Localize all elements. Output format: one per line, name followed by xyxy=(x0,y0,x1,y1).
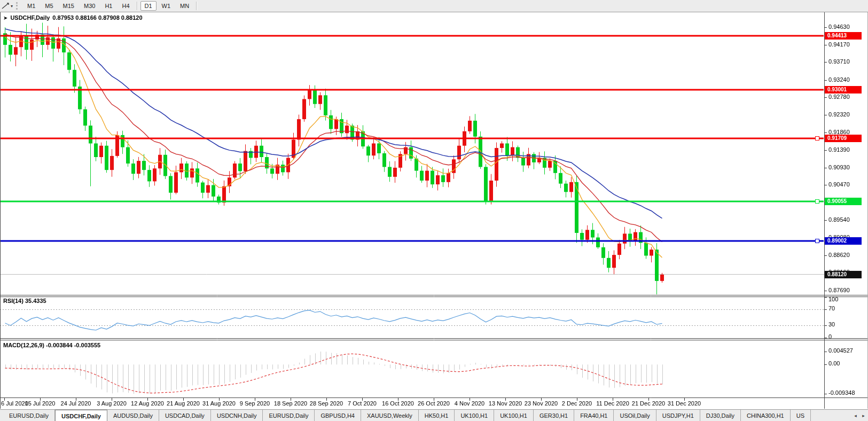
price-axis-tick: 0.90930 xyxy=(828,164,850,170)
symbol-tabbar: EURUSD,DailyUSDCHF,DailyAUDUSD,DailyUSDC… xyxy=(0,409,868,421)
date-axis-label: 7 Oct 2020 xyxy=(348,400,377,407)
date-axis-label: 31 Aug 2020 xyxy=(202,400,236,407)
symbol-tab-usdcnh-daily[interactable]: USDCNH,Daily xyxy=(211,410,263,421)
tab-scroll-left-icon[interactable]: ◂ xyxy=(852,411,859,420)
date-axis-label: 13 Nov 2020 xyxy=(489,400,522,407)
symbol-tab-us[interactable]: US xyxy=(791,410,811,421)
timeframe-button-m30[interactable]: M30 xyxy=(80,1,99,11)
macd-axis-tick: -0.009348 xyxy=(828,389,855,396)
price-axis-tick: 0.94630 xyxy=(828,24,850,30)
price-axis-tick: 0.89540 xyxy=(828,216,850,223)
symbol-tab-eurusd-daily[interactable]: EURUSD,Daily xyxy=(263,410,315,421)
symbol-tab-usoil-daily[interactable]: USOil,Daily xyxy=(614,410,656,421)
price-level-chip: 0.90055 xyxy=(825,198,862,205)
date-axis-label: 31 Dec 2020 xyxy=(668,400,701,407)
timeframe-button-h1[interactable]: H1 xyxy=(100,1,116,11)
tab-scroll-right-icon[interactable]: ▸ xyxy=(860,411,867,420)
date-axis-label: 21 Dec 2020 xyxy=(632,400,665,407)
macd-axis-tick: 0.004527 xyxy=(828,347,853,354)
rsi-axis-tick: 100 xyxy=(828,296,838,302)
price-level-chip: 0.93001 xyxy=(825,86,862,93)
chart-title: ➤ USDCHF,Daily 0.87953 0.88166 0.87908 0… xyxy=(3,14,143,21)
price-axis-tick: 0.91390 xyxy=(828,146,850,153)
rsi-axis-tick: 70 xyxy=(828,305,835,311)
symbol-tab-ger30-h1[interactable]: GER30,H1 xyxy=(534,410,574,421)
timeframe-button-m5[interactable]: M5 xyxy=(41,1,57,11)
date-axis-label: 12 Aug 2020 xyxy=(131,400,164,407)
symbol-tab-audusd-daily[interactable]: AUDUSD,Daily xyxy=(107,410,159,421)
price-axis-tick: 0.93710 xyxy=(828,58,850,65)
date-axis-label: 6 Jul 2020 xyxy=(1,400,28,407)
timeframe-buttons: M1M5M15M30H1H4D1W1MN xyxy=(22,1,199,11)
mt4-window: ▾ M1M5M15M30H1H4D1W1MN ➤ USDCHF,Daily 0.… xyxy=(0,0,868,421)
line-study-tool-icon[interactable] xyxy=(2,2,10,10)
date-axis-label: 26 Oct 2020 xyxy=(418,400,450,407)
date-axis-label: 15 Jul 2020 xyxy=(25,400,56,407)
symbol-tab-dj30-daily[interactable]: DJ30,Daily xyxy=(700,410,741,421)
symbol-tab-gbpusd-h4[interactable]: GBPUSD,H4 xyxy=(315,410,361,421)
chart-symbol-icon: ➤ xyxy=(3,15,7,21)
toolbar-separator xyxy=(137,2,138,10)
timeframe-button-m1[interactable]: M1 xyxy=(23,1,40,11)
date-axis-label: 11 Dec 2020 xyxy=(596,400,629,407)
timeframe-toolbar: ▾ M1M5M15M30H1H4D1W1MN xyxy=(0,0,868,12)
price-axis-tick: 0.87690 xyxy=(828,287,850,293)
rsi-axis-tick: 30 xyxy=(828,321,835,328)
symbol-tab-usdjpy-h1[interactable]: USDJPY,H1 xyxy=(656,410,700,421)
symbol-tab-uk100-h1[interactable]: UK100,H1 xyxy=(494,410,534,421)
timeframe-button-m15[interactable]: M15 xyxy=(59,1,79,11)
timeframe-button-w1[interactable]: W1 xyxy=(158,1,175,11)
chart-symbol-label: USDCHF,Daily xyxy=(10,14,50,21)
symbol-tab-uk100-h1[interactable]: UK100,H1 xyxy=(455,410,494,421)
price-level-chip: 0.88120 xyxy=(825,271,862,278)
price-axis-tick: 0.90470 xyxy=(828,181,850,188)
price-axis-tick: 0.94170 xyxy=(828,41,850,48)
symbol-tab-china300-h1[interactable]: CHINA300,H1 xyxy=(741,410,791,421)
symbol-tab-usdcad-daily[interactable]: USDCAD,Daily xyxy=(159,410,211,421)
date-axis-label: 23 Nov 2020 xyxy=(525,400,558,407)
chart-canvas[interactable] xyxy=(0,0,868,421)
rsi-axis-tick: 0 xyxy=(828,333,832,340)
date-axis-label: 2 Dec 2020 xyxy=(562,400,592,407)
date-axis-label: 24 Jul 2020 xyxy=(61,400,91,407)
symbol-tab-fra40-h1[interactable]: FRA40,H1 xyxy=(574,410,614,421)
date-axis-label: 21 Aug 2020 xyxy=(167,400,200,407)
price-axis-tick: 0.88620 xyxy=(828,252,850,258)
date-axis-label: 9 Sep 2020 xyxy=(240,400,270,407)
date-axis-label: 4 Nov 2020 xyxy=(455,400,484,407)
price-axis-tick: 0.92320 xyxy=(828,111,850,118)
tool-dropdown-caret-icon[interactable]: ▾ xyxy=(11,4,13,9)
symbol-tab-eurusd-daily[interactable]: EURUSD,Daily xyxy=(3,410,55,421)
symbol-tab-xauusd-weekly[interactable]: XAUUSD,Weekly xyxy=(361,410,419,421)
macd-indicator-label: MACD(12,26,9) -0.003844 -0.003555 xyxy=(3,342,100,348)
date-axis-label: 18 Sep 2020 xyxy=(274,400,307,407)
price-level-chip: 0.94413 xyxy=(825,32,862,40)
symbol-tab-hk50-h1[interactable]: HK50,H1 xyxy=(419,410,455,421)
rsi-indicator-label: RSI(14) 35.4335 xyxy=(3,298,46,304)
price-level-chip: 0.91709 xyxy=(825,135,862,142)
timeframe-button-mn[interactable]: MN xyxy=(176,1,193,11)
toolbar-separator xyxy=(196,2,197,10)
chart-ohlc-values: 0.87953 0.88166 0.87908 0.88120 xyxy=(52,14,142,21)
tab-scroll-arrows: ◂ ▸ xyxy=(852,410,867,421)
symbol-tab-usdchf-daily[interactable]: USDCHF,Daily xyxy=(55,410,107,421)
timeframe-button-h4[interactable]: H4 xyxy=(118,1,134,11)
price-level-chip: 0.89002 xyxy=(825,237,862,245)
macd-axis-tick: 0.00 xyxy=(828,360,840,367)
price-axis-tick: 0.93240 xyxy=(828,76,850,83)
date-axis-label: 3 Aug 2020 xyxy=(97,400,127,407)
symbol-tabs: EURUSD,DailyUSDCHF,DailyAUDUSD,DailyUSDC… xyxy=(3,410,855,421)
toolbar-grip[interactable] xyxy=(16,2,19,10)
timeframe-button-d1[interactable]: D1 xyxy=(140,1,157,11)
date-axis-label: 16 Oct 2020 xyxy=(382,400,414,407)
price-axis-tick: 0.92780 xyxy=(828,93,850,100)
date-axis-label: 28 Sep 2020 xyxy=(310,400,343,407)
